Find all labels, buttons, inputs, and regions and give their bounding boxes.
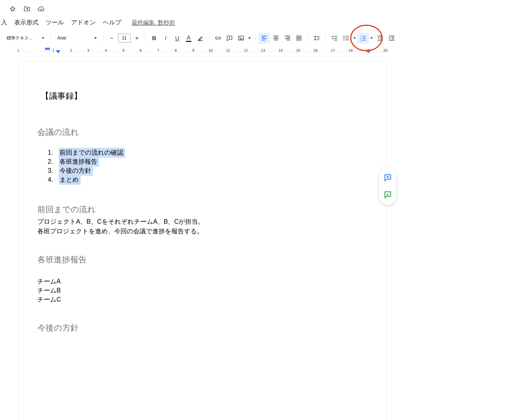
paragraph-line: 各班プロジェクトを進め、今回の会議で進捗を報告する。	[37, 226, 204, 236]
checklist-button[interactable]	[329, 33, 340, 44]
heading-progress-report: 各班進捗報告	[37, 254, 87, 265]
list-item: 4. まとめ	[48, 175, 125, 184]
ruler[interactable]: 1 1 2 3 4 5 6 7 8 9 10 11 12 13 14 15 16…	[0, 47, 509, 55]
add-comment-icon	[226, 35, 233, 42]
paragraph-line: プロジェクトA、B、CをそれぞれチームA、B、Cが担当。	[37, 217, 204, 226]
paragraph-style-dropdown[interactable]: 標準テキス...	[4, 33, 47, 44]
add-comment-float-icon	[384, 174, 392, 182]
chevron-down-icon	[42, 37, 44, 39]
menu-item-addons[interactable]: アドオン	[67, 17, 99, 28]
add-comment-button[interactable]	[224, 33, 235, 44]
text-color-button[interactable]: A	[183, 33, 194, 44]
ruler-label: 16	[312, 48, 319, 53]
ruler-label: 17	[330, 48, 336, 53]
list-item-text-selected: 各班進捗報告	[59, 157, 99, 167]
move-folder-icon[interactable]	[22, 4, 31, 13]
menu-item-insert[interactable]: 入	[0, 17, 11, 28]
menu-bar: 入 表示形式 ツール アドオン ヘルプ 最終編集: 数秒前	[0, 17, 175, 28]
ruler-label: 13	[260, 48, 266, 53]
format-toolbar: 標準テキス... Arial − + B I U A	[0, 30, 509, 46]
decrease-indent-icon	[377, 35, 384, 42]
list-number: 1.	[48, 149, 59, 156]
numbered-list-button[interactable]: 123	[357, 33, 369, 44]
numbered-list-group: 123	[357, 33, 374, 44]
menu-item-help[interactable]: ヘルプ	[99, 17, 125, 28]
numbered-list-dropdown[interactable]	[369, 33, 374, 44]
menu-item-tools[interactable]: ツール	[42, 17, 67, 28]
toolbar-divider	[50, 34, 50, 42]
team-list: チームA チームB チームC	[37, 277, 61, 304]
ruler-label: 1	[51, 48, 56, 53]
underline-button[interactable]: U	[171, 33, 183, 44]
margin-tools-pill	[379, 167, 397, 205]
previous-flow-paragraph: プロジェクトA、B、CをそれぞれチームA、B、Cが担当。 各班プロジェクトを進め…	[37, 217, 204, 236]
add-comment-float-button[interactable]	[381, 171, 394, 184]
chevron-down-icon	[353, 37, 356, 39]
italic-button[interactable]: I	[160, 33, 171, 44]
agenda-list: 1. 前回までの流れの確認 2. 各班進捗報告 3. 今後の方針 4. まとめ	[48, 148, 125, 184]
first-line-indent-marker[interactable]	[45, 48, 50, 50]
list-item: 3. 今後の方針	[48, 166, 125, 175]
decrease-font-size-button[interactable]: −	[106, 33, 117, 44]
insert-link-button[interactable]	[212, 33, 224, 44]
ruler-label: 20	[382, 48, 389, 53]
align-right-button[interactable]	[282, 33, 293, 44]
ruler-label: 8	[174, 48, 178, 53]
increase-font-size-button[interactable]: +	[132, 33, 142, 44]
ruler-label: 6	[138, 48, 143, 53]
suggest-edit-button[interactable]	[381, 188, 394, 201]
align-center-icon	[272, 35, 279, 42]
bulleted-list-dropdown[interactable]	[352, 33, 357, 44]
font-family-dropdown[interactable]: Arial	[54, 33, 100, 44]
align-left-button[interactable]	[259, 33, 270, 44]
ruler-label: 12	[242, 48, 249, 53]
chevron-down-icon	[248, 37, 251, 39]
list-number: 3.	[48, 167, 59, 174]
menu-item-format[interactable]: 表示形式	[11, 17, 42, 28]
right-indent-marker[interactable]	[366, 50, 371, 53]
last-edit-link[interactable]: 最終編集: 数秒前	[132, 19, 175, 26]
heading-previous-flow: 前回までの流れ	[37, 204, 96, 215]
align-center-button[interactable]	[270, 33, 282, 44]
font-size-group: − +	[106, 33, 142, 44]
insert-image-button[interactable]	[235, 33, 247, 44]
list-number: 4.	[48, 176, 59, 183]
align-left-icon	[261, 35, 268, 42]
svg-text:3: 3	[360, 39, 362, 42]
toolbar-divider	[103, 34, 103, 42]
ruler-label: 11	[225, 48, 231, 53]
toolbar-divider	[145, 34, 145, 42]
bulleted-list-button[interactable]	[340, 33, 352, 44]
insert-image-dropdown[interactable]	[247, 33, 252, 44]
ruler-label: 15	[295, 48, 301, 53]
document-page[interactable]: 【議事録】 会議の流れ 1. 前回までの流れの確認 2. 各班進捗報告 3. 今…	[19, 61, 387, 420]
ruler-label: 18	[347, 48, 354, 53]
ruler-label: 1	[16, 48, 21, 53]
line-spacing-button[interactable]	[311, 33, 323, 44]
star-icon[interactable]	[8, 4, 17, 13]
team-line: チームB	[37, 286, 61, 295]
ruler-label: 5	[121, 48, 126, 53]
numbered-list-icon: 123	[360, 35, 367, 42]
line-spacing-icon	[313, 35, 320, 42]
ruler-label: 10	[207, 48, 214, 53]
list-item-text-selected: 今後の方針	[59, 166, 93, 176]
insert-link-icon	[214, 35, 222, 42]
align-right-icon	[284, 35, 291, 42]
chevron-down-icon	[94, 37, 97, 39]
heading-future-policy: 今後の方針	[37, 322, 79, 334]
increase-indent-button[interactable]	[386, 33, 397, 44]
suggest-edit-icon	[384, 191, 392, 199]
font-size-input[interactable]	[118, 34, 131, 42]
decrease-indent-button[interactable]	[374, 33, 386, 44]
title-actions-row	[8, 4, 46, 13]
bold-button[interactable]: B	[148, 33, 160, 44]
highlight-color-button[interactable]	[194, 33, 206, 44]
justify-icon	[295, 35, 302, 42]
team-line: チームA	[37, 277, 61, 286]
toolbar-divider	[255, 34, 256, 42]
justify-button[interactable]	[293, 33, 305, 44]
team-line: チームC	[37, 295, 61, 304]
ruler-label: 9	[191, 48, 196, 53]
left-indent-marker[interactable]	[56, 50, 61, 53]
